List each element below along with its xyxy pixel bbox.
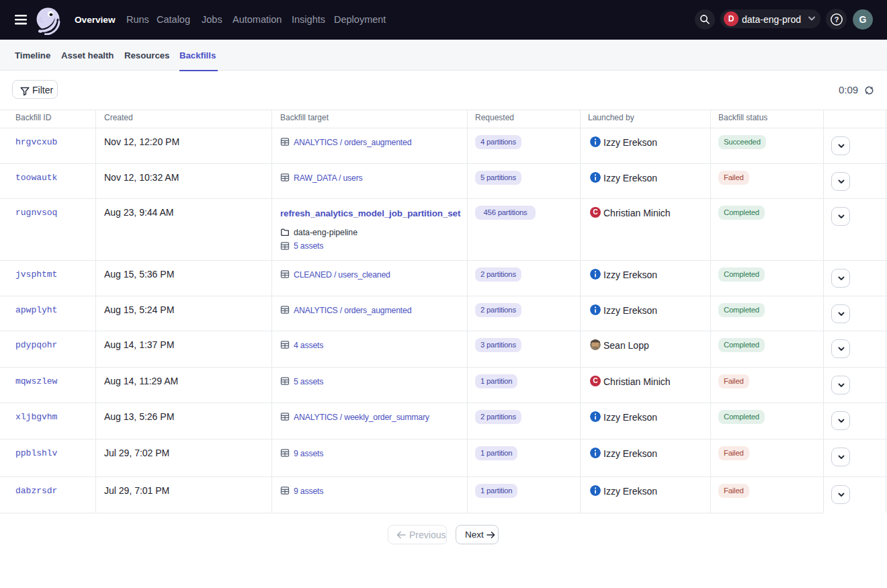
svg-text:?: ? xyxy=(835,15,839,24)
